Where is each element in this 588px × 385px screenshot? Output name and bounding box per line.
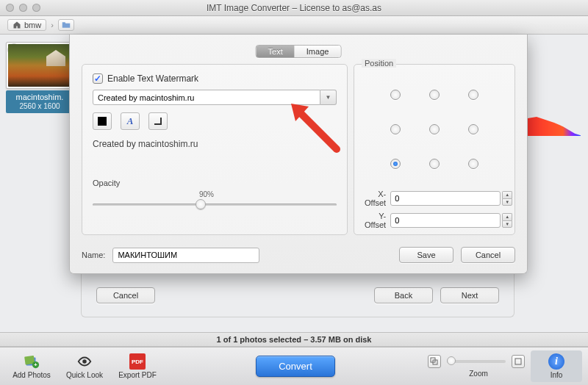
info-button[interactable]: i Info (531, 350, 582, 382)
export-pdf-button[interactable]: PDF Export PDF (112, 350, 163, 382)
info-icon: i (548, 353, 564, 370)
home-icon (12, 21, 21, 29)
wizard-cancel-button[interactable]: Cancel (96, 287, 155, 303)
tab-text[interactable]: Text (257, 46, 295, 57)
bottom-toolbar: + Add Photos Quick Look PDF Export PDF C… (0, 347, 588, 385)
font-icon: A (127, 115, 134, 127)
zoom-out-button[interactable] (428, 355, 441, 368)
thumbnail-strip: ✓ macintoshim. 2560 x 1600 (6, 42, 74, 113)
tab-image[interactable]: Image (295, 46, 341, 57)
wizard-back-button[interactable]: Back (374, 287, 433, 303)
stepper-up-icon[interactable]: ▲ (502, 191, 512, 198)
save-button[interactable]: Save (399, 247, 453, 263)
chevron-down-icon: ▼ (326, 94, 331, 101)
outline-button[interactable] (148, 112, 168, 130)
position-top-right[interactable] (468, 90, 478, 100)
position-group: Position X-Offset ▲▼ (354, 64, 515, 235)
status-text: 1 of 1 photos selected – 3.57 MB on disk (217, 335, 372, 344)
watermark-text-input[interactable] (93, 90, 320, 105)
folder-icon (62, 21, 71, 29)
convert-button[interactable]: Convert (256, 356, 335, 377)
y-offset-input[interactable] (390, 213, 501, 228)
position-top-center[interactable] (429, 90, 440, 100)
cancel-button[interactable]: Cancel (461, 247, 515, 263)
histogram (522, 107, 581, 136)
breadcrumb-folder[interactable] (58, 19, 74, 31)
position-top-left[interactable] (390, 90, 401, 100)
sheet-footer: Name: Save Cancel (82, 247, 515, 263)
zoom-label: Zoom (469, 370, 488, 378)
name-label: Name: (82, 251, 105, 259)
window-title: IMT Image Converter – License to as@as.a… (0, 3, 588, 13)
enable-watermark-checkbox[interactable]: ✓ (93, 73, 103, 84)
breadcrumb-home-label: bmw (24, 21, 41, 29)
zoom-out-icon (430, 357, 439, 366)
watermark-text-dropdown[interactable]: ▼ (320, 90, 337, 105)
add-photos-label: Add Photos (12, 371, 51, 379)
position-bottom-center[interactable] (429, 159, 440, 169)
export-pdf-label: Export PDF (118, 371, 157, 379)
zoom-in-icon (514, 357, 523, 366)
wizard-footer: Cancel Back Next (81, 273, 514, 317)
convert-button-wrap: Convert (256, 356, 335, 377)
thumbnail-name: macintoshim. (6, 93, 74, 102)
status-bar: 1 of 1 photos selected – 3.57 MB on disk (0, 332, 588, 347)
opacity-label: Opacity (93, 179, 337, 187)
breadcrumb-bar: bmw › (0, 16, 588, 35)
svg-rect-7 (515, 359, 521, 364)
stepper-down-icon[interactable]: ▼ (502, 220, 512, 229)
x-offset-stepper[interactable]: ▲▼ (502, 191, 512, 206)
position-mid-right[interactable] (468, 124, 478, 134)
thumbnail-image (8, 44, 71, 87)
add-photos-button[interactable]: + Add Photos (6, 350, 57, 382)
stepper-up-icon[interactable]: ▲ (502, 213, 512, 220)
pdf-icon: PDF (129, 353, 146, 370)
position-mid-left[interactable] (390, 124, 401, 134)
add-photos-icon: + (24, 353, 40, 370)
stepper-down-icon[interactable]: ▼ (502, 198, 512, 206)
quick-look-label: Quick Look (66, 371, 103, 379)
x-offset-label: X-Offset (365, 190, 386, 207)
thumbnail[interactable]: ✓ (6, 42, 74, 89)
svg-point-4 (82, 359, 87, 364)
x-offset-input[interactable] (390, 191, 501, 206)
svg-text:+: + (34, 361, 37, 368)
opacity-slider[interactable] (93, 198, 337, 210)
y-offset-label: Y-Offset (365, 212, 386, 229)
chevron-right-icon: › (51, 21, 54, 29)
breadcrumb-home[interactable]: bmw (7, 19, 46, 31)
position-grid (376, 78, 493, 181)
slider-knob-icon[interactable] (196, 199, 206, 209)
font-style-button[interactable]: A (121, 112, 140, 130)
eye-icon (76, 353, 93, 370)
preset-name-input[interactable] (112, 248, 259, 263)
zoom-knob-icon[interactable] (447, 356, 456, 365)
opacity-percent: 90% (199, 190, 337, 198)
color-swatch-icon (98, 117, 107, 126)
position-bottom-left[interactable] (390, 159, 401, 169)
watermark-preview-text: Created by macintoshim.ru (93, 139, 337, 149)
enable-watermark-label: Enable Text Watermark (107, 73, 198, 84)
zoom-control: Zoom (428, 355, 529, 378)
text-color-button[interactable] (93, 112, 112, 130)
outline-icon (154, 118, 162, 125)
zoom-in-button[interactable] (512, 355, 525, 368)
y-offset-stepper[interactable]: ▲▼ (502, 213, 512, 228)
zoom-slider[interactable] (447, 360, 506, 363)
position-bottom-right[interactable] (468, 159, 478, 169)
text-watermark-group: ✓ Enable Text Watermark ▼ A Created by m… (82, 64, 348, 235)
wizard-next-button[interactable]: Next (440, 287, 499, 303)
tab-segment: Text Image (256, 45, 342, 58)
main-area: ✓ macintoshim. 2560 x 1600 Cancel Back N… (0, 35, 588, 332)
position-legend: Position (362, 59, 396, 68)
quick-look-button[interactable]: Quick Look (59, 350, 110, 382)
thumbnail-label: macintoshim. 2560 x 1600 (6, 90, 74, 113)
titlebar: IMT Image Converter – License to as@as.a… (0, 0, 588, 16)
thumbnail-dimensions: 2560 x 1600 (6, 102, 74, 111)
watermark-sheet: Text Image ✓ Enable Text Watermark ▼ A (69, 35, 528, 274)
info-label: Info (551, 371, 563, 379)
position-mid-center[interactable] (429, 124, 440, 134)
